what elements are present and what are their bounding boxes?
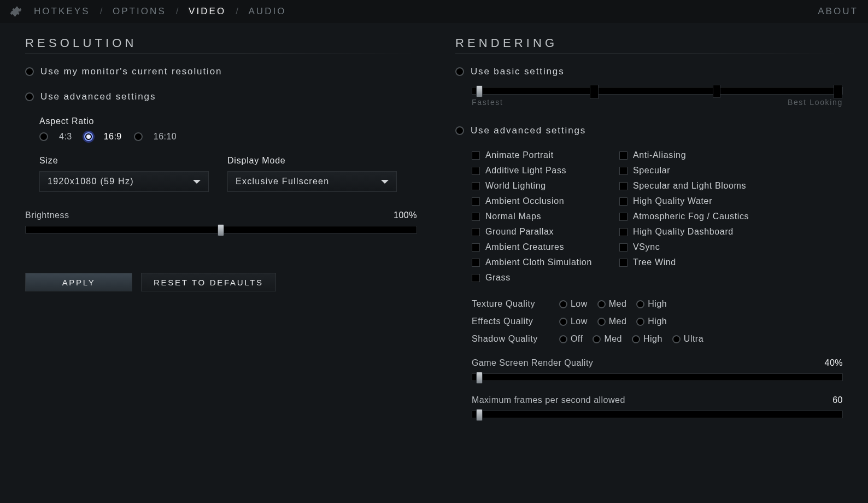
checkbox-icon xyxy=(472,213,480,221)
checkbox-additive-light-pass[interactable]: Additive Light Pass xyxy=(472,166,619,176)
radio-icon xyxy=(636,318,644,326)
checkbox-ambient-occlusion[interactable]: Ambient Occlusion xyxy=(472,196,619,206)
shadow-quality-option-high[interactable]: High xyxy=(632,334,662,344)
checkbox-label: Ground Parallax xyxy=(485,227,554,237)
shadow-quality-label: Shadow Quality xyxy=(472,334,548,344)
checkbox-high-quality-water[interactable]: High Quality Water xyxy=(619,196,767,206)
checkbox-icon xyxy=(619,228,627,236)
radio-use-advanced-resolution[interactable]: Use advanced settings xyxy=(25,91,417,102)
effects-quality-option-low[interactable]: Low xyxy=(559,317,588,326)
render-quality-slider[interactable] xyxy=(472,373,843,381)
texture-quality-option-med[interactable]: Med xyxy=(597,299,627,309)
checkbox-tree-wind[interactable]: Tree Wind xyxy=(619,258,767,267)
basic-quality-block: Fastest Best Looking xyxy=(472,87,843,107)
checkbox-ambient-creatures[interactable]: Ambient Creatures xyxy=(472,242,619,252)
checkbox-icon xyxy=(472,151,480,160)
checkbox-label: Ambient Creatures xyxy=(485,242,564,252)
option-label: High xyxy=(648,299,667,309)
brightness-slider[interactable] xyxy=(25,226,417,233)
checkbox-high-quality-dashboard[interactable]: High Quality Dashboard xyxy=(619,227,767,237)
nav-separator: / xyxy=(100,6,103,17)
checkbox-anti-aliasing[interactable]: Anti-Aliasing xyxy=(619,150,767,160)
effects-quality-option-med[interactable]: Med xyxy=(597,317,627,326)
slider-thumb[interactable] xyxy=(476,409,483,421)
checkbox-icon xyxy=(619,259,627,267)
checkbox-icon xyxy=(619,243,627,252)
radio-icon xyxy=(25,92,34,101)
checkbox-label: Specular and Light Blooms xyxy=(633,181,746,191)
radio-use-monitor-resolution[interactable]: Use my monitor's current resolution xyxy=(25,66,417,77)
checkbox-label: Grass xyxy=(485,273,511,283)
radio-use-basic-rendering[interactable]: Use basic settings xyxy=(455,66,843,77)
display-mode-label: Display Mode xyxy=(227,156,397,166)
checkbox-icon xyxy=(472,197,480,206)
checkbox-label: Animate Portrait xyxy=(485,150,554,160)
checkbox-normal-maps[interactable]: Normal Maps xyxy=(472,212,619,221)
display-mode-field: Display Mode Exclusive Fullscreen xyxy=(227,156,397,192)
display-mode-dropdown[interactable]: Exclusive Fullscreen xyxy=(227,171,397,192)
radio-use-advanced-rendering[interactable]: Use advanced settings xyxy=(455,125,843,136)
slider-thumb[interactable] xyxy=(218,224,224,236)
checkbox-atmospheric-fog-caustics[interactable]: Atmospheric Fog / Caustics xyxy=(619,212,767,221)
size-label: Size xyxy=(39,156,209,166)
radio-icon xyxy=(636,300,644,308)
radio-label: Use basic settings xyxy=(471,66,565,77)
checkbox-animate-portrait[interactable]: Animate Portrait xyxy=(472,150,619,160)
render-quality-label: Game Screen Render Quality xyxy=(472,358,593,368)
radio-icon xyxy=(597,318,606,326)
checkbox-vsync[interactable]: VSync xyxy=(619,242,767,252)
texture-quality-option-high[interactable]: High xyxy=(636,299,667,309)
checkbox-specular[interactable]: Specular xyxy=(619,166,767,176)
settings-body: RESOLUTION Use my monitor's current reso… xyxy=(0,23,868,503)
brightness-label: Brightness xyxy=(25,210,69,220)
tab-hotkeys[interactable]: HOTKEYS xyxy=(34,6,90,17)
radio-icon xyxy=(597,300,606,308)
radio-icon xyxy=(559,318,567,326)
resolution-dropdowns: Size 1920x1080 (59 Hz) Display Mode Excl… xyxy=(39,156,417,192)
advanced-rendering-block: Animate PortraitAnti-AliasingAdditive Li… xyxy=(472,150,843,418)
apply-button[interactable]: APPLY xyxy=(25,273,132,291)
tab-audio[interactable]: AUDIO xyxy=(248,6,286,17)
checkbox-label: VSync xyxy=(633,242,660,252)
checkbox-icon xyxy=(619,197,627,206)
size-dropdown[interactable]: 1920x1080 (59 Hz) xyxy=(39,171,209,192)
radio-icon xyxy=(632,335,640,343)
tab-options[interactable]: OPTIONS xyxy=(113,6,166,17)
nav-separator: / xyxy=(176,6,179,17)
shadow-quality-option-med[interactable]: Med xyxy=(593,334,622,344)
render-quality-block: Game Screen Render Quality 40% xyxy=(472,358,843,381)
option-label: 4:3 xyxy=(59,132,72,142)
tab-video[interactable]: VIDEO xyxy=(189,6,226,17)
basic-quality-slider[interactable] xyxy=(472,87,843,95)
radio-icon xyxy=(134,132,143,141)
checkbox-grass[interactable]: Grass xyxy=(472,273,619,283)
slider-thumb[interactable] xyxy=(476,372,483,384)
tab-about[interactable]: ABOUT xyxy=(818,6,858,17)
texture-quality-option-low[interactable]: Low xyxy=(559,299,588,309)
checkbox-ground-parallax[interactable]: Ground Parallax xyxy=(472,227,619,237)
radio-icon xyxy=(455,67,464,76)
resolution-title: RESOLUTION xyxy=(25,36,417,54)
effects-quality-option-high[interactable]: High xyxy=(636,317,667,326)
checkbox-ambient-cloth-simulation[interactable]: Ambient Cloth Simulation xyxy=(472,258,619,267)
aspect-ratio-4-3[interactable]: 4:3 xyxy=(39,132,72,142)
option-label: Off xyxy=(571,334,583,344)
checkbox-world-lighting[interactable]: World Lighting xyxy=(472,181,619,191)
chevron-down-icon xyxy=(381,180,389,184)
reset-defaults-button[interactable]: RESET TO DEFAULTS xyxy=(141,273,276,291)
gear-icon[interactable] xyxy=(10,5,22,17)
shadow-quality-option-off[interactable]: Off xyxy=(559,334,583,344)
aspect-ratio-16-9[interactable]: 16:9 xyxy=(84,132,122,142)
checkbox-label: World Lighting xyxy=(485,181,546,191)
option-label: Med xyxy=(609,299,627,309)
checkbox-icon xyxy=(472,228,480,236)
aspect-ratio-16-10[interactable]: 16:10 xyxy=(134,132,177,142)
shadow-quality-option-ultra[interactable]: Ultra xyxy=(672,334,703,344)
max-fps-slider[interactable] xyxy=(472,411,843,418)
slider-thumb[interactable] xyxy=(476,85,483,97)
radio-label: Use advanced settings xyxy=(471,125,586,136)
display-mode-value: Exclusive Fullscreen xyxy=(236,177,329,186)
max-fps-block: Maximum frames per second allowed 60 xyxy=(472,395,843,418)
checkbox-specular-and-light-blooms[interactable]: Specular and Light Blooms xyxy=(619,181,767,191)
radio-icon xyxy=(593,335,601,343)
